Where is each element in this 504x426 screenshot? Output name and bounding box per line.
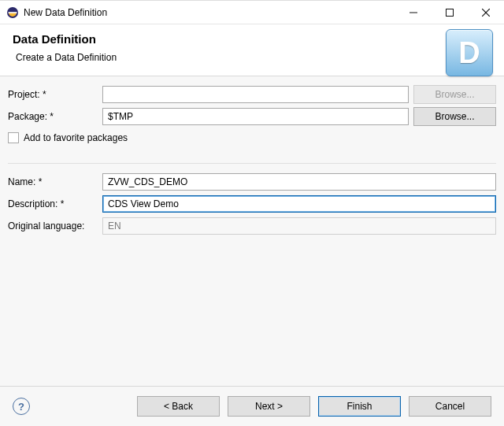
finish-button[interactable]: Finish (318, 396, 401, 417)
package-browse-button[interactable]: Browse... (413, 107, 496, 126)
footer: ? < Back Next > Finish Cancel (0, 387, 504, 426)
page-title: Data Definition (13, 32, 491, 46)
row-name: Name: * (8, 172, 496, 192)
package-label: Package: * (8, 111, 102, 122)
group-location: Project: * Browse... Package: * Browse..… (8, 83, 496, 152)
svg-rect-3 (447, 9, 454, 16)
window-title: New Data Definition (24, 7, 395, 18)
next-button[interactable]: Next > (228, 396, 310, 417)
group-definition: Name: * Description: * Original language… (8, 170, 496, 238)
row-original-language: Original language: (8, 216, 496, 236)
dialog-window: New Data Definition Data Definition Crea… (0, 0, 504, 426)
row-favorite: Add to favorite packages (8, 128, 496, 147)
titlebar: New Data Definition (0, 1, 504, 24)
project-label: Project: * (8, 89, 102, 100)
favorite-checkbox[interactable] (8, 132, 19, 143)
cancel-button[interactable]: Cancel (409, 396, 491, 417)
minimize-button[interactable] (395, 1, 432, 24)
svg-rect-1 (9, 12, 17, 13)
row-project: Project: * Browse... (8, 84, 496, 105)
help-icon[interactable]: ? (13, 398, 30, 415)
package-input[interactable] (102, 108, 409, 125)
description-label: Description: * (8, 198, 102, 209)
row-description: Description: * (8, 194, 496, 214)
back-button[interactable]: < Back (137, 396, 220, 417)
data-definition-icon: D (446, 29, 493, 76)
description-input[interactable] (102, 195, 496, 213)
name-label: Name: * (8, 176, 102, 187)
wizard-header: Data Definition Create a Data Definition… (0, 24, 504, 76)
divider (8, 163, 496, 164)
row-package: Package: * Browse... (8, 106, 496, 127)
project-input[interactable] (102, 86, 409, 103)
project-browse-button: Browse... (413, 85, 496, 104)
eclipse-icon (6, 6, 19, 19)
name-input[interactable] (102, 173, 496, 191)
form-area: Project: * Browse... Package: * Browse..… (0, 76, 504, 387)
favorite-label: Add to favorite packages (24, 132, 128, 143)
page-subtitle: Create a Data Definition (16, 52, 491, 63)
maximize-button[interactable] (432, 1, 468, 24)
original-language-input (102, 217, 496, 235)
original-language-label: Original language: (8, 220, 102, 232)
close-button[interactable] (468, 1, 504, 24)
